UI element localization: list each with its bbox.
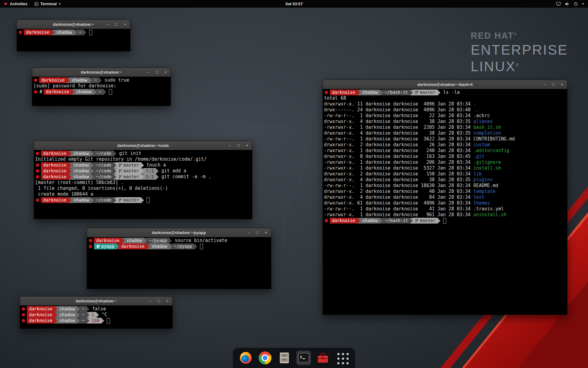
output-line: total 68 <box>324 95 566 101</box>
redhat-prompt-icon <box>36 163 39 167</box>
terminal-window-home-1[interactable]: darknoise@shadow:~ – □ × darknoiseshadow… <box>17 20 130 52</box>
maximize-button[interactable]: □ <box>236 143 240 148</box>
titlebar[interactable]: darknoise@shadow:~ – □ × <box>20 297 172 306</box>
prompt-segment-host: shadow <box>71 174 91 180</box>
titlebar[interactable]: darknoise@shadow:~ – □ × <box>17 20 130 29</box>
minimize-button[interactable]: – <box>146 70 150 75</box>
ls-row: drwxrwxr-x. 4 darknoise darknoise 84 Jan… <box>324 194 566 200</box>
activities-label: Activities <box>10 2 28 6</box>
registered-mark: ® <box>514 32 517 36</box>
prompt-segment-git: master <box>116 168 141 174</box>
dock <box>233 348 355 368</box>
prompt-segment-host: shadow <box>149 243 169 249</box>
ls-row: drwxrwxr-x. 4 darknoise darknoise 38 Jan… <box>324 177 566 183</box>
command-text: git add a <box>159 168 186 174</box>
terminal-content[interactable]: darknoiseshadow~sudo true[sudo] password… <box>32 77 171 106</box>
minimize-button[interactable]: – <box>543 82 547 87</box>
system-status-area[interactable] <box>552 0 588 8</box>
ls-meta: drwxrwxr-x. 4 darknoise darknoise 38 Jan… <box>324 177 473 182</box>
prompt-segment-host: shadow <box>74 89 94 95</box>
powerline-separator-icon <box>69 168 71 174</box>
maximize-button[interactable]: □ <box>115 22 119 27</box>
close-button[interactable]: × <box>264 230 268 235</box>
close-button[interactable]: × <box>560 82 564 87</box>
close-button[interactable]: × <box>123 22 127 27</box>
prompt-segment-path: ~ <box>92 77 99 83</box>
powerline-separator-icon <box>156 174 159 180</box>
terminal-window-code[interactable]: darknoise@shadow:~/code – □ × darknoises… <box>34 141 252 219</box>
terminal-content[interactable]: darknoiseshadow~/bash-itmasterls -latota… <box>323 89 567 315</box>
terminal-content[interactable]: darknoiseshadow~/pyappsource bin/activat… <box>87 237 271 289</box>
output-line: Initialized empty Git repository in /hom… <box>35 156 251 162</box>
file-name: .editorconfig <box>473 148 509 153</box>
redhat-prompt-icon <box>19 31 22 34</box>
prompt-line: pyappdarknoiseshadow~/pyapp <box>88 243 270 249</box>
terminal-content[interactable]: darknoiseshadow~falsedarknoiseshadow~1^C… <box>20 305 172 328</box>
terminal-icon[interactable] <box>296 351 311 365</box>
terminal-content[interactable]: darknoiseshadow~/codegit initInitialized… <box>34 150 252 219</box>
maximize-button[interactable]: □ <box>255 230 259 235</box>
titlebar[interactable]: darknoise@shadow:~ – □ × <box>32 68 171 77</box>
powerline-separator-icon <box>114 174 116 180</box>
toolbox-icon[interactable] <box>316 351 330 365</box>
output-line: [master (root-commit) 50bcb63] . <box>35 180 251 186</box>
close-button[interactable]: × <box>165 299 169 303</box>
terminal-cursor <box>147 197 150 203</box>
ls-row: drwxrwxr-x. 4 darknoise darknoise 38 Jan… <box>324 130 566 136</box>
close-button[interactable]: × <box>245 143 249 148</box>
powerline-separator-icon <box>55 318 57 324</box>
prompt-segment-user: darknoise <box>27 312 55 318</box>
app-menu-terminal[interactable]: Terminal <box>31 0 64 8</box>
prompt-segment-git: master <box>116 197 141 203</box>
firefox-icon[interactable] <box>239 351 253 365</box>
chrome-icon[interactable] <box>258 351 273 365</box>
prompt-line: darknoiseshadow~/codemasterS:1git commit… <box>35 174 251 180</box>
powerline-separator-icon <box>55 312 57 318</box>
redhat-logo-icon <box>3 2 8 6</box>
files-icon[interactable] <box>277 351 292 365</box>
prompt-segment-exit: 1 <box>89 312 96 318</box>
minimize-button[interactable]: – <box>247 230 251 235</box>
terminal-window-bash-it[interactable]: darknoise@shadow:~/bash-it – □ × darknoi… <box>322 80 567 315</box>
minimize-button[interactable]: – <box>106 22 110 27</box>
maximize-button[interactable]: □ <box>155 70 159 75</box>
ls-meta: drwxrwxr-x. 4 darknoise darknoise 84 Jan… <box>324 194 473 200</box>
powerline-separator-icon <box>91 197 94 203</box>
titlebar[interactable]: darknoise@shadow:~/bash-it – □ × <box>323 80 567 89</box>
powerline-separator-icon <box>410 218 413 224</box>
terminal-window-home-2[interactable]: darknoise@shadow:~ – □ × darknoiseshadow… <box>20 296 173 329</box>
titlebar[interactable]: darknoise@shadow:~/pyapp – □ × <box>87 228 271 237</box>
powerline-separator-icon <box>114 163 116 168</box>
powerline-separator-icon <box>144 238 147 243</box>
activities-button[interactable]: Activities <box>0 0 31 8</box>
prompt-segment-path: ~ <box>80 306 86 312</box>
maximize-button[interactable]: □ <box>552 82 556 87</box>
maximize-button[interactable]: □ <box>157 299 161 303</box>
ls-row: -rwxrwxr-x. 1 darknoise darknoise 961 Ja… <box>324 212 566 218</box>
close-button[interactable]: × <box>164 70 168 75</box>
window-title: darknoise@shadow:~ <box>76 299 117 303</box>
titlebar[interactable]: darknoise@shadow:~/code – □ × <box>34 141 252 150</box>
powerline-separator-icon <box>51 30 54 35</box>
terminal-cursor <box>200 244 203 249</box>
powerline-separator-icon <box>104 89 106 95</box>
watermark-linux: LINUX® <box>471 59 568 75</box>
registered-mark: ® <box>516 63 520 67</box>
minimize-button[interactable]: – <box>228 143 232 148</box>
powerline-separator-icon <box>67 78 70 83</box>
terminal-window-pyapp[interactable]: darknoise@shadow:~/pyapp – □ × darknoise… <box>87 228 271 289</box>
powerline-separator-icon <box>77 306 80 312</box>
minimize-button[interactable]: – <box>148 299 152 303</box>
redhat-prompt-icon <box>36 152 39 155</box>
prompt-segment-path: ~/code <box>94 174 114 180</box>
terminal-content[interactable]: darknoiseshadow~ <box>17 29 130 51</box>
command-text: git init <box>116 151 141 156</box>
prompt-segment-path: ~/bash-it <box>383 90 410 95</box>
ls-meta: -rw-rw-r--. 1 darknoise darknoise 18630 … <box>324 183 473 188</box>
prompt-segment-user: darknoise <box>24 29 51 35</box>
terminal-window-sudo[interactable]: darknoise@shadow:~ – □ × darknoiseshadow… <box>32 67 171 106</box>
ls-meta: drwxrwxr-x. 2 darknoise darknoise 150 Ja… <box>324 171 473 177</box>
powerline-separator-icon <box>147 244 149 249</box>
clock[interactable]: Sat 03:57 <box>282 0 306 8</box>
app-grid-icon[interactable] <box>335 351 350 365</box>
